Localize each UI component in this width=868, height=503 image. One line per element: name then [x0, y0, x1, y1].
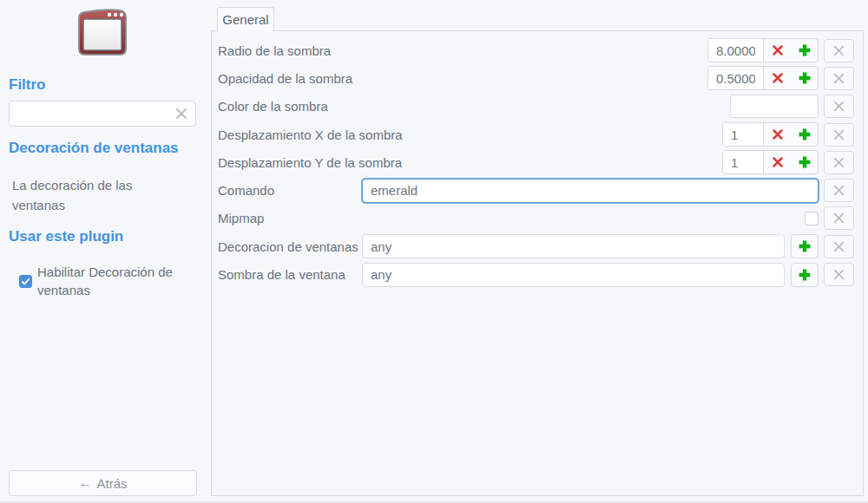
use-plugin-heading: Usar este plugin	[9, 228, 123, 245]
reset-setting-x-icon[interactable]	[824, 151, 854, 174]
settings-row: Comando	[218, 176, 854, 204]
settings-row: Opacidad de la sombra	[218, 64, 854, 92]
setting-label: Comando	[218, 183, 362, 198]
decrement-x-icon[interactable]	[764, 123, 791, 146]
filter-input[interactable]	[16, 107, 174, 121]
window-decoration-icon	[75, 7, 128, 57]
settings-row: Mipmap	[218, 205, 854, 232]
decrement-x-icon[interactable]	[764, 67, 791, 89]
filter-search-box[interactable]	[9, 101, 196, 127]
plugin-description: La decoración de las ventanas	[12, 175, 181, 215]
tab-general[interactable]: General	[217, 7, 274, 31]
add-match-plus-icon[interactable]	[791, 263, 819, 287]
setting-label: Mipmap	[218, 211, 264, 225]
number-spinner	[722, 150, 819, 174]
reset-setting-x-icon[interactable]	[824, 67, 854, 90]
settings-panel: Radio de la sombraOpacidad de la sombraC…	[211, 30, 864, 496]
reset-setting-x-icon[interactable]	[824, 206, 854, 230]
settings-row: Desplazamiento X de la sombra	[218, 121, 854, 148]
increment-plus-icon[interactable]	[791, 151, 818, 173]
settings-row: Decoracion de ventanas	[218, 232, 854, 260]
settings-row: Color de la sombra	[218, 93, 854, 121]
reset-setting-x-icon[interactable]	[824, 235, 854, 258]
back-button-label: Atrás	[96, 476, 127, 491]
match-input[interactable]	[362, 234, 785, 258]
settings-row: Radio de la sombra	[218, 36, 854, 64]
reset-setting-x-icon[interactable]	[824, 39, 854, 62]
text-input[interactable]	[362, 179, 819, 203]
number-input[interactable]	[708, 39, 764, 62]
reset-setting-x-icon[interactable]	[824, 179, 854, 202]
setting-label: Desplazamiento X de la sombra	[218, 127, 403, 142]
setting-label: Decoracion de ventanas	[218, 239, 362, 254]
number-input[interactable]	[723, 123, 764, 146]
reset-setting-x-icon[interactable]	[824, 95, 854, 118]
back-arrow-icon: ←	[78, 475, 92, 491]
setting-label: Radio de la sombra	[218, 43, 331, 58]
enable-plugin-row[interactable]: Habilitar Decoración de ventanas	[19, 262, 193, 300]
increment-plus-icon[interactable]	[791, 39, 818, 62]
filter-heading: Filtro	[9, 76, 46, 94]
number-input[interactable]	[708, 67, 764, 89]
enable-plugin-label: Habilitar Decoración de ventanas	[37, 263, 193, 299]
match-input[interactable]	[362, 263, 785, 287]
color-swatch-button[interactable]	[730, 95, 819, 118]
enable-plugin-checkbox[interactable]	[19, 275, 32, 288]
settings-rows: Radio de la sombraOpacidad de la sombraC…	[212, 31, 863, 289]
increment-plus-icon[interactable]	[791, 67, 818, 89]
decrement-x-icon[interactable]	[764, 39, 791, 62]
setting-label: Color de la sombra	[218, 99, 328, 114]
increment-plus-icon[interactable]	[791, 123, 818, 146]
setting-label: Desplazamiento Y de la sombra	[218, 155, 402, 170]
plugin-title: Decoración de ventanas	[9, 140, 179, 157]
settings-row: Sombra de la ventana	[218, 260, 854, 288]
sidebar: Filtro Decoración de ventanas La decorac…	[0, 0, 211, 503]
number-spinner	[722, 122, 819, 147]
setting-label: Sombra de la ventana	[218, 267, 362, 282]
setting-label: Opacidad de la sombra	[218, 71, 352, 86]
settings-row: Desplazamiento Y de la sombra	[218, 148, 854, 176]
reset-setting-x-icon[interactable]	[824, 123, 854, 147]
back-button[interactable]: ← Atrás	[9, 470, 197, 496]
number-spinner	[707, 38, 819, 62]
decrement-x-icon[interactable]	[764, 151, 791, 173]
reset-setting-x-icon[interactable]	[824, 263, 854, 286]
mipmap-checkbox[interactable]	[805, 212, 819, 225]
number-spinner	[707, 66, 819, 90]
add-match-plus-icon[interactable]	[791, 234, 819, 258]
number-input[interactable]	[723, 151, 764, 173]
clear-filter-x-icon[interactable]	[174, 107, 188, 121]
